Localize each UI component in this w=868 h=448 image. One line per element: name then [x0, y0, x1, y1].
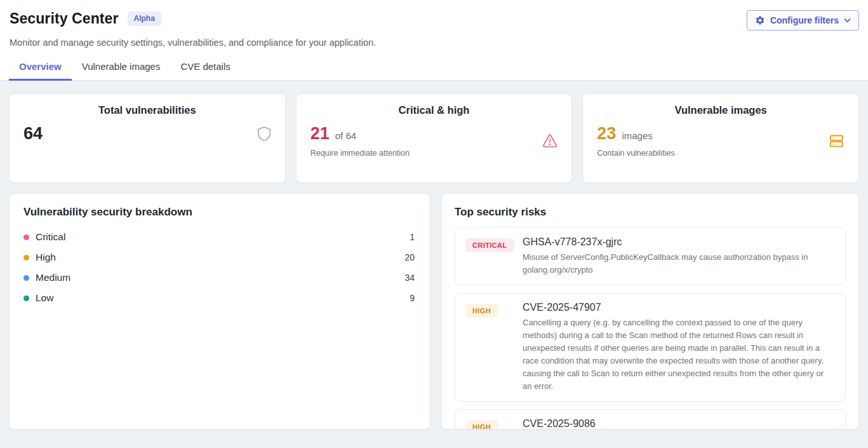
breakdown-row-medium: Medium 34 [23, 268, 415, 288]
critical-high-suffix: of 64 [335, 130, 356, 141]
low-dot-icon [23, 295, 29, 301]
tab-cve-details[interactable]: CVE details [170, 56, 240, 81]
high-dot-icon [23, 255, 29, 261]
panels-row: Vulnerability security breakdown Critica… [9, 193, 859, 430]
breakdown-value: 34 [404, 273, 415, 283]
risk-id: CVE-2025-9086 [523, 418, 835, 430]
tab-vulnerable-images[interactable]: Vulnerable images [72, 56, 171, 81]
breakdown-value: 1 [410, 232, 415, 242]
breakdown-label: Critical [36, 231, 410, 243]
breakdown-rows: Critical 1 High 20 Medium 34 [23, 227, 415, 308]
stat-card-critical-high: Critical & high 21 of 64 Require immedia… [296, 93, 573, 183]
breakdown-label: Low [36, 292, 410, 304]
chevron-down-icon [844, 18, 851, 23]
breakdown-value: 9 [410, 293, 415, 303]
medium-dot-icon [23, 275, 29, 281]
configure-filters-label: Configure filters [770, 15, 839, 25]
stat-card-title: Critical & high [310, 104, 558, 116]
risk-item[interactable]: HIGH CVE-2025-9086 [455, 409, 846, 430]
severity-badge: HIGH [465, 420, 498, 430]
tab-bar: Overview Vulnerable images CVE details [0, 56, 868, 81]
security-center-page: Security Center Alpha Configure filters … [0, 0, 868, 430]
breakdown-row-high: High 20 [23, 247, 415, 268]
page-subtitle: Monitor and manage security settings, vu… [0, 31, 868, 48]
gear-icon [755, 15, 765, 25]
top-risks-title: Top security risks [455, 206, 846, 219]
risk-id: CVE-2025-47907 [523, 302, 835, 313]
vulnerability-breakdown-panel: Vulnerability security breakdown Critica… [9, 193, 431, 430]
risk-description: Cancelling a query (e.g. by cancelling t… [523, 316, 835, 393]
configure-filters-button[interactable]: Configure filters [747, 10, 859, 31]
breakdown-row-low: Low 9 [23, 288, 415, 308]
stat-card-vulnerable-images: Vulnerable images 23 images Contain vuln… [582, 93, 859, 183]
vulnerable-images-suffix: images [622, 130, 652, 141]
shield-icon [257, 126, 271, 142]
risk-description: Misuse of ServerConfig.PublicKeyCallback… [523, 251, 835, 276]
stat-card-title: Vulnerable images [597, 104, 845, 116]
main-content: Total vulnerabilities 64 Critical & high [0, 81, 868, 430]
vulnerable-images-subtext: Contain vulnerabilities [597, 149, 829, 158]
title-row: Security Center Alpha Configure filters [0, 0, 868, 31]
page-header: Security Center Alpha Configure filters … [0, 0, 868, 81]
breakdown-title: Vulnerability security breakdown [23, 206, 415, 219]
server-icon [829, 133, 845, 149]
risk-list: CRITICAL GHSA-v778-237x-gjrc Misuse of S… [455, 227, 846, 430]
top-security-risks-panel: Top security risks CRITICAL GHSA-v778-23… [441, 193, 859, 430]
breakdown-label: Medium [36, 272, 404, 283]
vulnerable-images-value: 23 [597, 125, 616, 144]
breakdown-label: High [36, 252, 404, 263]
stat-cards-row: Total vulnerabilities 64 Critical & high [9, 93, 859, 183]
alpha-badge: Alpha [128, 11, 161, 25]
risk-item[interactable]: HIGH CVE-2025-47907 Cancelling a query (… [455, 293, 846, 402]
stat-card-total-vulnerabilities: Total vulnerabilities 64 [9, 93, 286, 183]
risk-id: GHSA-v778-237x-gjrc [523, 236, 835, 248]
warning-triangle-icon [542, 134, 558, 148]
severity-badge: HIGH [465, 304, 498, 318]
breakdown-row-critical: Critical 1 [23, 227, 415, 247]
stat-card-title: Total vulnerabilities [23, 104, 271, 116]
critical-high-value: 21 [310, 125, 330, 144]
breakdown-value: 20 [404, 252, 415, 262]
total-vulnerabilities-value: 64 [23, 125, 43, 144]
risk-item[interactable]: CRITICAL GHSA-v778-237x-gjrc Misuse of S… [455, 227, 846, 285]
tab-overview[interactable]: Overview [9, 56, 72, 81]
page-title: Security Center [10, 10, 119, 27]
critical-high-subtext: Require immediate attention [310, 149, 543, 158]
severity-badge: CRITICAL [465, 238, 514, 252]
critical-dot-icon [23, 234, 29, 240]
